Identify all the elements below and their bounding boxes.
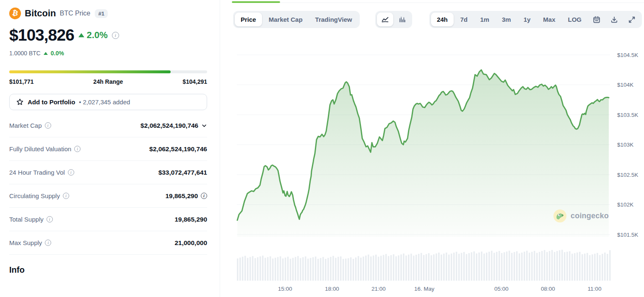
- volume-bar: [249, 257, 251, 281]
- coingecko-watermark: coingecko: [553, 209, 609, 222]
- stat-label-text: Fully Diluted Valuation: [9, 145, 71, 152]
- volume-bar: [534, 251, 535, 281]
- chart-panel: PriceMarket CapTradingView 24h7d1m3m1yMa…: [220, 0, 644, 297]
- volume-bar: [290, 259, 291, 281]
- volume-bar: [310, 258, 312, 281]
- volume-bar: [280, 256, 281, 281]
- volume-bar: [426, 254, 427, 281]
- volume-bar: [448, 255, 450, 281]
- volume-bar: [458, 254, 460, 281]
- volume-bar: [597, 253, 598, 281]
- volume-bar: [418, 254, 420, 281]
- volume-bar: [300, 258, 301, 281]
- chevron-down-icon[interactable]: [201, 123, 207, 129]
- volume-bar: [549, 251, 551, 281]
- price-info-icon[interactable]: i: [112, 32, 119, 39]
- volume-bar: [312, 257, 314, 281]
- volume-bar: [587, 253, 588, 281]
- range-bar-fill: [9, 70, 171, 73]
- volume-bar: [388, 256, 390, 281]
- volume-bar: [260, 256, 261, 281]
- range-bar: [9, 70, 207, 73]
- range-high: $104,291: [183, 78, 207, 85]
- volume-bar: [378, 257, 379, 281]
- volume-bar: [340, 256, 342, 281]
- volume-bar: [257, 257, 259, 281]
- volume-bar: [539, 252, 540, 281]
- stat-value: $33,072,477,641: [158, 169, 207, 176]
- add-to-portfolio-button[interactable]: Add to Portfolio • 2,027,345 added: [9, 94, 207, 110]
- volume-bar: [413, 256, 415, 281]
- stat-value-text: $2,062,524,190,746: [140, 122, 198, 129]
- volume-bar: [529, 253, 530, 281]
- info-icon[interactable]: i: [47, 216, 53, 222]
- volume-bar: [561, 250, 563, 281]
- volume-bar: [431, 255, 432, 281]
- volume-bar: [287, 257, 289, 281]
- volume-bar: [327, 258, 329, 281]
- volume-bar: [315, 256, 317, 281]
- volume-bar: [285, 258, 286, 281]
- volume-bar: [350, 257, 352, 281]
- info-icon[interactable]: i: [68, 169, 74, 176]
- y-axis-label: $101.5K: [617, 232, 638, 238]
- y-axis-label: $102.5K: [617, 172, 638, 178]
- volume-bar: [609, 250, 611, 281]
- volume-bar: [476, 253, 478, 281]
- info-icon[interactable]: i: [201, 193, 207, 199]
- stat-value-text: 21,000,000: [174, 239, 207, 247]
- volume-bar: [506, 251, 508, 281]
- volume-bar: [524, 252, 525, 281]
- volume-bar: [408, 255, 410, 281]
- volume-bar: [265, 258, 266, 281]
- rank-badge: #1: [95, 9, 107, 18]
- volume-bar: [499, 251, 500, 281]
- info-icon[interactable]: i: [63, 193, 69, 199]
- volume-bar: [302, 257, 304, 281]
- volume-bar: [277, 257, 279, 281]
- volume-bar: [247, 258, 249, 281]
- volume-bar: [421, 253, 422, 281]
- volume-bar: [566, 252, 568, 281]
- volume-bar: [244, 256, 246, 281]
- volume-bar: [436, 253, 437, 281]
- info-icon[interactable]: i: [74, 146, 80, 152]
- volume-bar: [471, 252, 473, 281]
- volume-bar: [441, 255, 442, 281]
- x-axis-label: 11:00: [588, 286, 602, 292]
- volume-bar: [348, 258, 349, 281]
- x-axis-label: 16. May: [414, 286, 434, 292]
- stats-list: Market Capi$2,062,524,190,746Fully Dilut…: [9, 114, 207, 255]
- volume-bar: [501, 253, 503, 281]
- volume-bar: [526, 251, 528, 281]
- volume-bar: [559, 250, 561, 281]
- volume-bar: [239, 258, 241, 281]
- info-icon[interactable]: i: [45, 240, 51, 246]
- range-labels: $101,771 24h Range $104,291: [9, 78, 207, 85]
- volume-bar: [385, 254, 387, 281]
- volume-bar: [491, 251, 493, 281]
- volume-bar: [594, 254, 596, 281]
- volume-bar: [380, 256, 382, 281]
- volume-bar: [571, 254, 573, 281]
- stat-value-text: $33,072,477,641: [158, 169, 207, 176]
- stat-label-text: Circulating Supply: [9, 192, 60, 199]
- volume-bar: [478, 253, 480, 281]
- y-axis-label: $103K: [617, 142, 634, 148]
- volume-bar: [493, 253, 495, 281]
- volume-bar: [564, 252, 566, 281]
- volume-bar: [546, 252, 548, 281]
- volume-bar: [496, 252, 498, 281]
- volume-bar: [592, 254, 593, 281]
- stat-value: $2,062,524,190,746: [140, 122, 207, 129]
- volume-bar: [483, 253, 485, 281]
- volume-bar: [607, 254, 608, 281]
- info-icon[interactable]: i: [45, 122, 51, 129]
- stat-label: 24 Hour Trading Voli: [9, 169, 74, 176]
- volume-bar: [423, 255, 425, 281]
- volume-bar: [400, 254, 402, 281]
- stat-label: Max Supplyi: [9, 239, 51, 246]
- price-chart-svg: $104.5K$104K$103.5K$103K$102.5K$102K$101…: [220, 0, 644, 297]
- volume-bar: [410, 253, 412, 281]
- stat-value: $2,062,524,190,746: [149, 145, 207, 153]
